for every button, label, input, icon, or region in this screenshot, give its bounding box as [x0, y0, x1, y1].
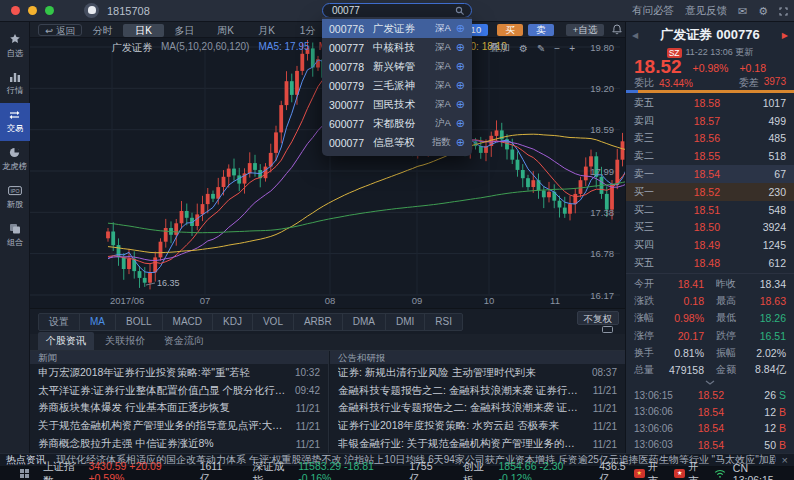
zoom-window-button[interactable] [45, 6, 54, 15]
indicator-tab-ARBR[interactable]: ARBR [293, 314, 342, 330]
tab-period-日K[interactable]: 日K [123, 24, 164, 37]
tab-period-月K[interactable]: 月K [246, 24, 287, 37]
svg-text:19.80: 19.80 [590, 42, 614, 53]
tab-period-多日[interactable]: 多日 [164, 24, 205, 37]
dropdown-item[interactable]: 000776广发证券深A⊕ [322, 19, 472, 38]
news-item[interactable]: 关于规范金融机构资产管理业务的指导意见点评:大资管统一监管...11/21 [30, 417, 328, 435]
buy-button[interactable]: 买 [497, 24, 523, 36]
tick-time: 13:06:03 [634, 439, 684, 450]
ask-row[interactable]: 卖三18.56485 [626, 130, 794, 148]
chart-settings-icon[interactable]: ⚙ [519, 43, 528, 54]
indicator-settings-button[interactable]: 设置 [39, 314, 79, 330]
news-item[interactable]: 申万宏源2018年证券行业投资策略:举"重"若轻10:32 [30, 364, 328, 382]
add-to-watchlist-icon[interactable]: ⊕ [456, 22, 465, 35]
dropdown-item[interactable]: 000778新兴铸管深A⊕ [322, 57, 472, 76]
index-item[interactable]: 创业板1854.66 -2.30 -0.12%436.5亿 [463, 460, 634, 480]
news-item[interactable]: 金融科技专题报告之二: 金融科技浪潮来袭 证券行业加速布局11/21 [330, 382, 625, 400]
adjust-mode-button[interactable]: 不复权 [577, 311, 620, 325]
order-volume: 230 [768, 186, 786, 198]
apps-grid-icon[interactable] [20, 469, 29, 478]
zoom-in-icon[interactable]: + [569, 43, 575, 54]
add-watchlist-button[interactable]: +自选 [566, 24, 604, 36]
news-item[interactable]: 券商概念股拉升走强 中信证券涨近8%11/21 [30, 435, 328, 453]
stat-cell: 总量479158 [634, 363, 704, 377]
svg-text:17.38: 17.38 [590, 207, 614, 218]
svg-text:18.59: 18.59 [590, 124, 614, 135]
dropdown-item[interactable]: 000779三毛派神深A⊕ [322, 76, 472, 95]
tab-period-周K[interactable]: 周K [205, 24, 246, 37]
prev-stock-icon[interactable]: ◀ [632, 31, 638, 40]
gear-icon[interactable]: ⚙ [758, 5, 768, 18]
add-to-watchlist-icon[interactable]: ⊕ [456, 136, 465, 149]
order-volume: 485 [768, 132, 786, 144]
index-item[interactable]: 深证成指11583.29 -18.81 -0.16%1755亿 [253, 460, 441, 480]
bell-icon[interactable] [612, 24, 622, 35]
dropdown-item[interactable]: 600077宋都股份沪A⊕ [322, 114, 472, 133]
indicator-tab-VOL[interactable]: VOL [252, 314, 293, 330]
add-to-watchlist-icon[interactable]: ⊕ [456, 60, 465, 73]
ask-row[interactable]: 卖五18.581017 [626, 94, 794, 112]
news-item[interactable]: 证券行业2018年度投资策略: 水穷云起 否极泰来11/21 [330, 417, 625, 435]
svg-text:19.20: 19.20 [590, 83, 614, 94]
feedback-link[interactable]: 意见反馈 [685, 4, 727, 18]
news-item[interactable]: 证券: 新规出清行业风险 主动管理时代到来08:37 [330, 364, 625, 382]
tab-period-分时[interactable]: 分时 [82, 24, 123, 37]
ask-row[interactable]: 卖四18.57499 [626, 112, 794, 130]
indicator-tab-MACD[interactable]: MACD [162, 314, 212, 330]
expand-icon[interactable] [779, 7, 788, 16]
bid-row[interactable]: 买二18.51548 [626, 201, 794, 219]
dropdown-item[interactable]: 000077信息等权指数⊕ [322, 133, 472, 152]
search-input[interactable]: 00077 [322, 3, 472, 18]
indicator-tab-BOLL[interactable]: BOLL [115, 314, 162, 330]
ask-row[interactable]: 卖二18.55518 [626, 147, 794, 165]
collapse-stats-icon[interactable] [626, 379, 794, 387]
news-tab[interactable]: 资金流向 [156, 332, 212, 350]
news-time: 11/21 [296, 403, 320, 414]
sidebar-item-ipo[interactable]: IPO新股 [0, 179, 30, 217]
indicator-tab-KDJ[interactable]: KDJ [212, 314, 252, 330]
news-tab[interactable]: 个股资讯 [38, 332, 94, 350]
portfolio-icon [9, 223, 21, 234]
sidebar-item-market[interactable]: 行情 [0, 65, 30, 103]
sell-button[interactable]: 卖 [528, 24, 554, 36]
add-to-watchlist-icon[interactable]: ⊕ [456, 79, 465, 92]
qa-link[interactable]: 有问必答 [632, 4, 674, 18]
draw-icon[interactable]: ✎ [537, 43, 545, 54]
ask-row[interactable]: 卖一18.5467 [626, 165, 794, 183]
add-to-watchlist-icon[interactable]: ⊕ [456, 117, 465, 130]
news-tab[interactable]: 关联报价 [97, 332, 153, 350]
news-item[interactable]: 金融科技行业专题报告之二: 金融科技浪潮来袭 证券行业加速布局11/21 [330, 400, 625, 418]
index-item[interactable]: 上证指数3430.59 +20.09 +0.59%1611亿 [43, 460, 231, 480]
news-title: 金融科技专题报告之二: 金融科技浪潮来袭 证券行业加速布局 [338, 384, 585, 398]
sidebar-item-portfolio[interactable]: 组合 [0, 217, 30, 255]
bid-row[interactable]: 买四18.491245 [626, 236, 794, 254]
bid-row[interactable]: 买三18.503924 [626, 219, 794, 237]
sidebar-item-trade[interactable]: 交易 [0, 103, 30, 141]
bid-row[interactable]: 买一18.52230 [626, 183, 794, 201]
news-time: 11/21 [296, 439, 320, 450]
bid-row[interactable]: 买五18.48612 [626, 254, 794, 272]
indicator-tab-DMA[interactable]: DMA [342, 314, 385, 330]
indicator-tab-RSI[interactable]: RSI [424, 314, 462, 330]
zoom-out-icon[interactable]: − [554, 43, 560, 54]
avatar[interactable] [84, 3, 99, 18]
back-button[interactable]: ↩返回 [38, 24, 82, 36]
sidebar-item-ranking[interactable]: 龙虎榜 [0, 141, 30, 179]
next-stock-icon[interactable]: ▶ [782, 31, 788, 40]
sidebar-item-watchlist[interactable]: 自选 [0, 27, 30, 65]
tick-list[interactable]: 13:06:1518.5226S13:06:0618.5412B13:06:06… [626, 387, 794, 453]
dropdown-item[interactable]: 300077国民技术深A⊕ [322, 95, 472, 114]
minimize-window-button[interactable] [28, 6, 37, 15]
stat-label: 跌停 [716, 329, 736, 343]
dropdown-item[interactable]: 000777中核科技深A⊕ [322, 38, 472, 57]
news-item[interactable]: 非银金融行业: 关于规范金融机构资产管理业务的指导意见点评...11/21 [330, 435, 625, 453]
mail-icon[interactable]: ✉ [738, 5, 747, 18]
add-to-watchlist-icon[interactable]: ⊕ [456, 98, 465, 111]
add-to-watchlist-icon[interactable]: ⊕ [456, 41, 465, 54]
indicator-tab-MA[interactable]: MA [79, 314, 115, 330]
news-item[interactable]: 太平洋证券:证券行业整体配置价值凸显 个股分化行情持续09:42 [30, 382, 328, 400]
close-window-button[interactable] [11, 6, 20, 15]
indicator-tab-DMI[interactable]: DMI [385, 314, 424, 330]
news-item[interactable]: 券商板块集体爆发 行业基本面正逐步恢复11/21 [30, 400, 328, 418]
overlay-button[interactable]: 叠加 [490, 41, 510, 55]
